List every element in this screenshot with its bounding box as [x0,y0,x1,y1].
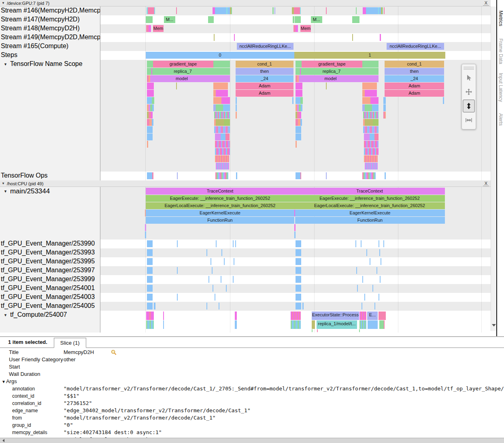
trace-event[interactable] [300,112,301,119]
trace-event[interactable] [385,104,386,111]
trace-event[interactable] [294,224,296,231]
trace-event[interactable] [176,83,177,89]
row-track[interactable] [100,302,491,311]
trace-event[interactable] [146,312,149,320]
trace-event[interactable] [148,7,154,14]
trace-event[interactable] [296,141,297,148]
trace-event[interactable] [154,7,155,14]
trace-event[interactable] [214,34,215,41]
trace-event[interactable] [216,90,228,97]
trace-event[interactable]: Adam [385,90,444,97]
trace-event[interactable] [215,134,221,140]
trace-event[interactable] [146,320,154,329]
trace-event[interactable] [213,285,213,292]
trace-event[interactable] [235,240,236,247]
trace-event[interactable] [147,68,151,75]
trace-event[interactable] [226,285,227,292]
trace-event[interactable] [362,61,379,68]
trace-event[interactable] [213,75,230,82]
trace-event[interactable] [212,267,213,274]
trace-event[interactable]: M... [164,16,175,23]
trace-event[interactable] [236,112,237,119]
trace-event[interactable] [146,16,153,23]
tab-metrics[interactable]: Metrics [498,11,504,26]
trace-event[interactable] [152,119,153,126]
row-track[interactable] [100,6,491,15]
timing-tool-button[interactable] [463,114,475,127]
trace-event[interactable] [152,104,154,111]
trace-event[interactable] [379,240,379,247]
trace-event[interactable] [370,97,379,104]
trace-event[interactable] [364,134,370,140]
trace-event[interactable] [177,267,178,274]
trace-event[interactable]: gradient_tape [153,61,213,68]
trace-event[interactable] [235,312,237,320]
trace-event[interactable] [177,240,178,247]
trace-event[interactable]: TraceContext [146,188,294,195]
trace-event[interactable] [147,172,152,179]
trace-event[interactable] [294,7,300,14]
trace-event[interactable] [224,258,225,265]
trace-event[interactable] [147,303,153,309]
trace-event[interactable] [296,126,301,133]
trace-event[interactable] [443,97,444,104]
trace-event[interactable] [221,134,225,140]
trace-event[interactable] [385,97,386,104]
trace-event[interactable]: FunctionRun [146,217,294,224]
collapse-arrow-icon[interactable]: ▼ [2,182,5,185]
row-track[interactable]: ncclAllReduceRingLLKe...ncclAllReduceRin… [100,42,491,51]
trace-event[interactable]: EagerExecute: __inference_train_function… [146,195,294,202]
trace-event[interactable] [223,104,230,111]
trace-event[interactable] [213,61,230,68]
trace-event[interactable] [380,276,381,283]
trace-event[interactable] [295,16,301,23]
trace-event[interactable] [147,134,153,140]
trace-event[interactable] [326,83,327,89]
scroll-left-arrow-icon[interactable] [1,439,4,442]
row-track[interactable] [100,240,491,248]
trace-event[interactable] [224,119,230,126]
trace-event[interactable] [357,285,358,292]
trace-event[interactable]: EagerKernelExecute [295,210,445,216]
trace-event[interactable]: EagerKernelExecute [146,210,294,216]
row-track[interactable] [100,248,491,257]
trace-event[interactable] [317,329,318,332]
vertical-zoom-tool-button[interactable] [463,100,475,112]
trace-event[interactable]: EagerLocalExecute: __inference_train_fun… [146,202,294,209]
trace-event[interactable] [147,285,153,292]
trace-event[interactable] [145,231,146,238]
trace-event[interactable] [216,119,224,126]
trace-event[interactable] [163,320,164,329]
trace-event[interactable] [372,104,379,111]
trace-event[interactable]: Adam [236,83,293,89]
trace-event[interactable] [385,172,386,179]
trace-event[interactable] [300,119,302,126]
trace-event[interactable] [208,16,214,23]
trace-event[interactable]: ncclAllReduceRingLLKe... [237,43,293,50]
trace-event[interactable] [206,249,207,256]
tab-input-latency[interactable]: Input Latency [498,73,504,102]
trace-event[interactable] [365,119,373,126]
trace-event[interactable] [215,148,230,155]
trace-event[interactable] [372,285,373,292]
trace-event[interactable] [366,249,367,256]
trace-event[interactable]: EagerLocalExecute: __inference_train_fun… [294,202,445,209]
row-track[interactable] [100,257,491,266]
trace-event[interactable] [294,231,296,238]
trace-event[interactable] [296,97,300,104]
trace-event[interactable] [380,34,381,41]
trace-event[interactable]: Adam [236,90,293,97]
trace-event[interactable]: model [150,75,213,82]
trace-event[interactable] [154,303,155,309]
trace-event[interactable] [291,320,301,329]
trace-event[interactable] [364,294,365,301]
args-collapse-arrow-icon[interactable]: ▼ [2,379,6,384]
trace-event[interactable] [364,155,378,162]
trace-event[interactable] [373,119,379,126]
trace-event[interactable] [296,285,301,292]
trace-event[interactable] [296,240,301,247]
trace-event[interactable] [364,141,379,148]
trace-event[interactable] [215,7,226,14]
trace-event[interactable] [370,134,374,140]
trace-event[interactable] [213,97,221,104]
